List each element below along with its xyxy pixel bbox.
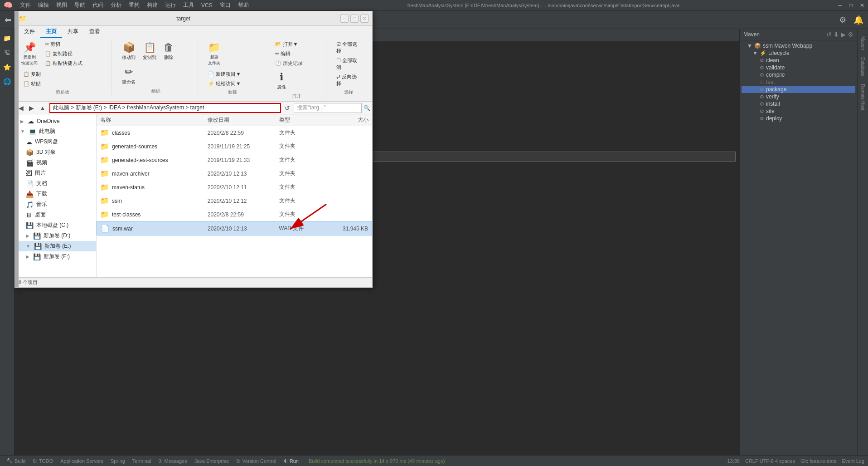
sidebar-item-downloads[interactable]: 📥 下载: [15, 189, 96, 199]
file-explorer-path[interactable]: 此电脑 > 新加卷 (E:) > IDEA > freshManAnalysSy…: [49, 103, 281, 113]
file-row-ssm-war[interactable]: 📄ssm.war 2020/2/10 12:13 WAR 文件 31,945 K…: [97, 221, 372, 235]
menu-run[interactable]: 运行: [165, 1, 176, 9]
status-tab-version-control[interactable]: 9: Version Control: [233, 457, 279, 465]
ribbon-copy-path-button[interactable]: 📋 复制路径: [42, 49, 85, 58]
status-tab-spring[interactable]: Spring: [108, 457, 128, 465]
sidebar-item-onedrive[interactable]: ▶ ☁ OneDrive: [15, 116, 96, 126]
status-tab-terminal[interactable]: Terminal: [130, 457, 154, 465]
status-tab-messages[interactable]: 0: Messages: [155, 457, 189, 465]
sidebar-item-f[interactable]: ▶ 💾 新加卷 (F:): [15, 251, 96, 262]
web-icon[interactable]: 🌐: [1, 76, 13, 87]
file-row-test-classes[interactable]: 📁test-classes 2020/2/8 22:59 文件夹: [97, 208, 372, 221]
menu-build[interactable]: 构建: [147, 1, 158, 9]
maven-download-icon[interactable]: ⬇: [834, 31, 839, 38]
fe-up-button[interactable]: ▲: [38, 103, 48, 113]
maven-lifecycle-validate[interactable]: ⚙ validate: [742, 64, 855, 71]
maven-lifecycle-clean[interactable]: ⚙ clean: [742, 57, 855, 64]
menu-help[interactable]: 帮助: [238, 1, 249, 9]
ribbon-deselect-all-button[interactable]: ☐ 全部取消: [334, 56, 363, 72]
remote-host-side-tab[interactable]: Remote Host: [859, 80, 866, 114]
maven-settings-icon[interactable]: ⚙: [848, 31, 853, 38]
ribbon-tab-file[interactable]: 文件: [19, 26, 40, 38]
notifications-button[interactable]: 🔔: [851, 13, 866, 27]
col-header-type[interactable]: 类型: [279, 116, 333, 124]
menu-analyze[interactable]: 分析: [111, 1, 121, 9]
ribbon-tab-view[interactable]: 查看: [84, 26, 106, 38]
file-row-maven-status[interactable]: 📁maven-status 2020/2/10 12:11 文件夹: [97, 181, 372, 194]
sidebar-item-video[interactable]: 🎬 视频: [15, 157, 96, 168]
window-maximize[interactable]: □: [849, 2, 853, 9]
ribbon-select-all-button[interactable]: ☑ 全部选择: [334, 40, 363, 55]
maven-run-icon[interactable]: ▶: [841, 31, 846, 38]
ribbon-tab-share[interactable]: 共享: [62, 26, 84, 38]
sidebar-item-c[interactable]: 💾 本地磁盘 (C:): [15, 220, 96, 231]
status-tab-run[interactable]: 4: Run: [281, 457, 301, 465]
file-row-generated-test-sources[interactable]: 📁generated-test-sources 2019/11/19 21:33…: [97, 153, 372, 167]
file-row-generated-sources[interactable]: 📁generated-sources 2019/11/19 21:25 文件夹: [97, 140, 372, 153]
menu-navigate[interactable]: 导航: [74, 1, 85, 9]
sidebar-item-pictures[interactable]: 🖼 图片: [15, 168, 96, 178]
file-row-maven-archiver[interactable]: 📁maven-archiver 2020/2/10 12:13 文件夹: [97, 167, 372, 181]
maven-side-tab[interactable]: Maven: [859, 33, 866, 54]
maven-lifecycle-site[interactable]: ⚙ site: [742, 108, 855, 115]
ribbon-edit-button[interactable]: ✏ 编辑: [272, 49, 305, 58]
maven-lifecycle-test[interactable]: ⚙ test: [742, 78, 855, 86]
fe-close-button[interactable]: ✕: [360, 15, 369, 23]
maven-refresh-icon[interactable]: ↺: [826, 31, 832, 38]
fe-refresh-button[interactable]: ↺: [283, 103, 292, 113]
ribbon-pin-button[interactable]: 📌 固定到快速访问: [19, 40, 40, 68]
back-button[interactable]: ⬅: [2, 13, 14, 27]
ribbon-move-button[interactable]: 📦 移动到: [119, 40, 138, 63]
sidebar-item-wps[interactable]: ☁ WPS网盘: [15, 137, 96, 147]
ribbon-paste-shortcut-button[interactable]: 📋 粘贴快捷方式: [42, 59, 85, 68]
favorites-icon[interactable]: ⭐: [1, 62, 13, 73]
ribbon-new-item-button[interactable]: 📄 新建项目▼: [205, 70, 243, 78]
file-row-classes[interactable]: 📁classes 2020/2/8 22:59 文件夹: [97, 126, 372, 140]
sidebar-item-music[interactable]: 🎵 音乐: [15, 199, 96, 210]
ribbon-history-button[interactable]: 🕐 历史记录: [272, 59, 305, 68]
menu-edit[interactable]: 编辑: [38, 1, 49, 9]
maven-lifecycle-group[interactable]: ▼ ⚡ Lifecycle: [742, 49, 855, 57]
sidebar-item-this-pc[interactable]: ▼ 💻 此电脑: [15, 126, 96, 137]
ribbon-copy-button[interactable]: 📋 复制: [20, 70, 44, 78]
menu-view[interactable]: 视图: [56, 1, 67, 9]
menu-window[interactable]: 窗口: [220, 1, 231, 9]
structure-icon[interactable]: 🏗: [2, 47, 12, 58]
menu-file[interactable]: 文件: [20, 1, 31, 9]
menu-vcs[interactable]: VCS: [201, 2, 213, 9]
col-header-size[interactable]: 大小: [333, 116, 369, 124]
maven-lifecycle-compile[interactable]: ⚙ compile: [742, 71, 855, 78]
maven-lifecycle-install[interactable]: ⚙ install: [742, 100, 855, 108]
ribbon-open-button[interactable]: 📂 打开▼: [272, 40, 305, 49]
ribbon-properties-button[interactable]: ℹ 属性: [274, 69, 289, 92]
sidebar-item-documents[interactable]: 📄 文档: [15, 178, 96, 189]
status-tab-application-servers[interactable]: Application Servers: [58, 457, 106, 465]
ribbon-tab-home[interactable]: 主页: [40, 26, 62, 38]
fe-maximize-button[interactable]: □: [350, 15, 359, 23]
ribbon-copy-to-button[interactable]: 📋 复制到: [140, 40, 159, 63]
database-side-tab[interactable]: Database: [859, 54, 866, 80]
col-header-name[interactable]: 名称: [100, 116, 208, 124]
sidebar-item-desktop[interactable]: 🖥 桌面: [15, 210, 96, 220]
menu-code[interactable]: 代码: [92, 1, 103, 9]
event-log[interactable]: Event Log: [842, 458, 864, 464]
ribbon-new-folder-button[interactable]: 📁 新建文件夹: [205, 40, 223, 68]
ribbon-paste-button[interactable]: 📋 粘贴: [20, 79, 44, 88]
sidebar-item-d[interactable]: ▶ 💾 新加卷 (D:): [15, 231, 96, 241]
maven-project-root[interactable]: ▼ 📦 ssm Maven Webapp: [742, 42, 855, 49]
maven-lifecycle-deploy[interactable]: ⚙ deploy: [742, 115, 855, 122]
window-close[interactable]: ✕: [860, 2, 864, 9]
fe-sidebar-scrollbar[interactable]: [15, 114, 19, 277]
maven-lifecycle-package[interactable]: ⚙ package: [742, 86, 855, 93]
ribbon-rename-button[interactable]: ✏ 重命名: [119, 64, 138, 87]
fe-forward-button[interactable]: ▶: [27, 103, 36, 113]
settings-button[interactable]: ⚙: [836, 13, 849, 27]
maven-lifecycle-verify[interactable]: ⚙ verify: [742, 93, 855, 100]
col-header-date[interactable]: 修改日期: [208, 116, 279, 124]
status-tab-java-enterprise[interactable]: Java Enterprise: [192, 457, 232, 465]
ribbon-cut-button[interactable]: ✂ 剪切: [42, 40, 85, 49]
ribbon-easy-access-button[interactable]: ⚡ 轻松访问▼: [205, 79, 243, 88]
sidebar-item-3d[interactable]: 📦 3D 对象: [15, 147, 96, 157]
ribbon-invert-selection-button[interactable]: ⇄ 反向选择: [334, 73, 363, 88]
file-row-ssm[interactable]: 📁ssm 2020/2/10 12:12 文件夹: [97, 194, 372, 208]
